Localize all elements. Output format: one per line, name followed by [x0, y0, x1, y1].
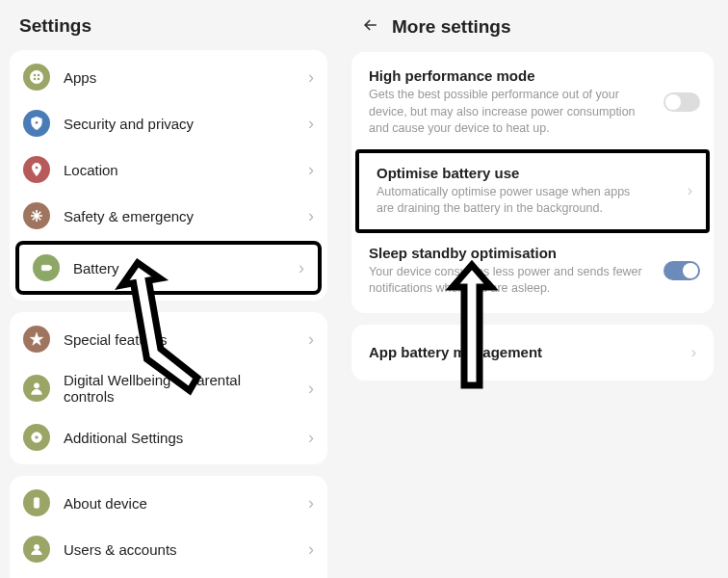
settings-item-label: Additional Settings [64, 430, 295, 446]
setting-description: Gets the best possible performance out o… [369, 87, 696, 138]
setting-title: Optimise battery use [377, 165, 689, 181]
settings-group: Special features›Digital Wellbeing & par… [10, 312, 327, 464]
svg-point-5 [35, 121, 38, 124]
svg-rect-13 [34, 498, 39, 509]
shield-icon [23, 110, 50, 137]
chevron-right-icon: › [691, 344, 696, 361]
more-settings-title: More settings [392, 16, 511, 38]
chevron-right-icon: › [688, 182, 692, 199]
svg-point-12 [35, 435, 39, 439]
chevron-right-icon: › [308, 539, 314, 560]
settings-item-google[interactable]: Google› [10, 572, 327, 578]
gear-icon [23, 424, 50, 451]
settings-item-label: Apps [64, 69, 295, 86]
setting-description: Automatically optimise power usage when … [377, 184, 689, 218]
settings-item-label: Digital Wellbeing & parental controls [64, 372, 295, 405]
app-battery-management[interactable]: App battery management › [351, 328, 714, 377]
user-icon [23, 536, 50, 563]
settings-item-about[interactable]: About device› [10, 480, 327, 526]
svg-rect-2 [38, 74, 40, 77]
settings-item-safety[interactable]: Safety & emergency› [10, 193, 327, 239]
grid-icon [23, 64, 50, 91]
settings-item-special[interactable]: Special features› [10, 316, 327, 362]
app-battery-card: App battery management › [351, 325, 714, 381]
device-icon [23, 489, 50, 516]
toggle-highperf[interactable] [663, 92, 700, 112]
setting-title: High performance mode [369, 67, 696, 84]
setting-highperf[interactable]: High performance modeGets the best possi… [351, 56, 714, 149]
highlight-annotation: +Battery› [15, 241, 322, 295]
settings-item-label: About device [64, 495, 295, 512]
more-settings-screen: More settings High performance modeGets … [337, 0, 728, 578]
chevron-right-icon: › [308, 428, 314, 448]
chevron-right-icon: › [308, 160, 314, 180]
settings-item-security[interactable]: Security and privacy› [10, 100, 327, 146]
toggle-sleep[interactable] [663, 261, 700, 280]
settings-item-label: Location [64, 162, 295, 178]
chevron-right-icon: › [308, 114, 314, 134]
back-icon[interactable] [361, 15, 380, 39]
settings-item-battery[interactable]: +Battery› [19, 245, 318, 291]
chevron-right-icon: › [308, 379, 314, 399]
svg-point-14 [34, 544, 39, 549]
setting-sleep[interactable]: Sleep standby optimisationYour device co… [351, 233, 714, 309]
setting-description: Your device consumes less power and send… [369, 264, 696, 298]
settings-item-additional[interactable]: Additional Settings› [10, 414, 327, 460]
settings-item-users[interactable]: Users & accounts› [10, 526, 327, 572]
asterisk-icon [23, 202, 50, 229]
svg-point-6 [35, 166, 38, 169]
setting-optimise[interactable]: Optimise battery useAutomatically optimi… [359, 153, 706, 229]
settings-item-label: Safety & emergency [64, 208, 295, 224]
svg-rect-1 [34, 74, 37, 77]
settings-title: Settings [19, 15, 91, 37]
settings-group: Apps›Security and privacy›Location›Safet… [10, 50, 327, 301]
more-settings-header: More settings [351, 10, 714, 52]
svg-rect-4 [38, 78, 40, 81]
power-settings-card: High performance modeGets the best possi… [351, 52, 714, 313]
app-battery-label: App battery management [369, 344, 691, 360]
chevron-right-icon: › [299, 258, 304, 278]
chevron-right-icon: › [308, 493, 314, 513]
settings-item-label: Special features [64, 331, 295, 348]
pin-icon [23, 156, 50, 183]
settings-item-label: Security and privacy [64, 116, 295, 132]
svg-text:+: + [44, 265, 48, 271]
settings-item-wellbeing[interactable]: Digital Wellbeing & parental controls› [10, 362, 327, 414]
wellbeing-icon [23, 375, 50, 402]
settings-group: About device›Users & accounts›Google› [10, 476, 327, 578]
settings-item-location[interactable]: Location› [10, 146, 327, 193]
setting-title: Sleep standby optimisation [369, 245, 696, 261]
chevron-right-icon: › [308, 67, 314, 88]
settings-header: Settings [10, 10, 327, 50]
svg-rect-3 [34, 78, 37, 81]
svg-point-10 [34, 383, 39, 388]
battery-icon: + [33, 254, 60, 281]
chevron-right-icon: › [308, 206, 314, 226]
settings-item-apps[interactable]: Apps› [10, 54, 327, 100]
settings-item-label: Battery [73, 260, 285, 276]
svg-rect-8 [50, 267, 51, 270]
settings-item-label: Users & accounts [64, 541, 295, 558]
chevron-right-icon: › [308, 329, 314, 350]
highlight-annotation: Optimise battery useAutomatically optimi… [355, 149, 710, 233]
star-icon [23, 326, 50, 353]
svg-point-0 [30, 70, 42, 83]
settings-screen: Settings Apps›Security and privacy›Locat… [0, 0, 337, 578]
